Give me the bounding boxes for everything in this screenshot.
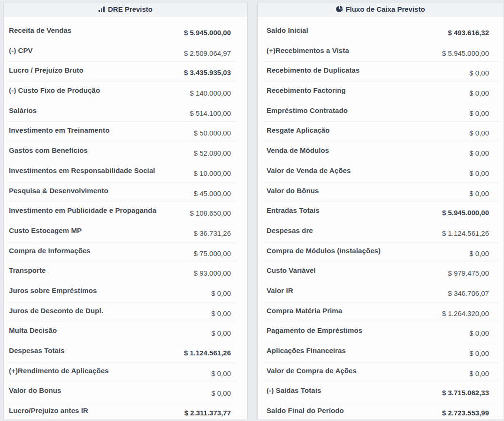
dre-previsto-panel: DRE Previsto Receita de Vendas$ 5.945.00… <box>3 2 248 419</box>
row-label: Empréstimo Contratado <box>267 106 348 114</box>
row-label: Aplicações Financeiras <box>267 346 346 354</box>
table-row: Lucro/Prejuízo antes IR$ 2.311.373,77 <box>4 402 247 419</box>
table-row: Gastos com Benefícios$ 52.080,00 <box>4 142 247 162</box>
row-label: Lucro/Prejuízo antes IR <box>9 406 88 414</box>
table-row: Custo Estocagem MP$ 36.731,26 <box>4 222 247 242</box>
row-label: Receita de Vendas <box>9 26 71 34</box>
row-value: $ 0,00 <box>469 69 489 77</box>
row-label: Lucro / Prejuízo Bruto <box>9 66 84 74</box>
row-value: $ 514.100,00 <box>190 109 231 117</box>
table-row: Aplicações Financeiras$ 0,00 <box>258 342 504 362</box>
row-label: (+)Rendimento de Aplicações <box>9 367 109 375</box>
row-label: Valor IR <box>267 286 293 294</box>
row-value: $ 0,00 <box>469 129 489 137</box>
row-label: Recebimento de Duplicatas <box>267 66 359 74</box>
row-label: Saldo Inicial <box>267 26 308 34</box>
row-label: Despesas dre <box>267 226 313 234</box>
table-row: Entradas Totais$ 5.945.000,00 <box>258 202 504 222</box>
row-label: Despesas Totais <box>9 346 65 354</box>
row-value: $ 75.000,00 <box>194 249 231 257</box>
row-value: $ 140.000,00 <box>190 89 231 97</box>
table-row: (-) CPV$ 2.509.064,97 <box>4 42 247 62</box>
row-value: $ 0,00 <box>469 349 489 357</box>
row-value: $ 5.945.000,00 <box>442 209 489 217</box>
table-row: Saldo Inicial$ 493.616,32 <box>258 22 504 42</box>
row-value: $ 52.080,00 <box>194 149 231 157</box>
table-row: Juros sobre Empréstimos$ 0,00 <box>4 282 247 302</box>
row-value: $ 0,00 <box>469 369 489 377</box>
table-row: Empréstimo Contratado$ 0,00 <box>258 102 504 122</box>
row-label: Valor de Compra de Ações <box>267 367 357 375</box>
row-value: $ 0,00 <box>469 109 489 117</box>
row-label: Investimento em Treinamento <box>9 126 109 134</box>
row-value: $ 0,00 <box>469 249 489 257</box>
table-row: (+)Recebimentos a Vista$ 5.945.000,00 <box>258 42 504 62</box>
panel-title: DRE Previsto <box>108 5 153 13</box>
table-row: (-) Custo Fixo de Produção$ 140.000,00 <box>4 82 247 102</box>
row-label: Saldo Final do Período <box>267 406 344 414</box>
report-page: DRE Previsto Receita de Vendas$ 5.945.00… <box>0 0 504 419</box>
dre-previsto-table: Receita de Vendas$ 5.945.000,00(-) CPV$ … <box>4 16 247 419</box>
row-label: (-) Saídas Totais <box>267 386 321 394</box>
table-row: Custo Variável$ 979.475,00 <box>258 262 504 282</box>
row-label: Gastos com Benefícios <box>9 146 88 154</box>
table-row: Multa Decisão$ 0,00 <box>4 322 247 342</box>
row-value: $ 0,00 <box>211 329 231 337</box>
row-label: Entradas Totais <box>267 206 320 214</box>
panel-title: Fluxo de Caixa Previsto <box>345 5 425 13</box>
table-row: Salários$ 514.100,00 <box>4 102 247 122</box>
table-row: Investimento em Publicidade e Propaganda… <box>4 202 247 222</box>
dre-previsto-header: DRE Previsto <box>4 2 247 16</box>
row-value: $ 0,00 <box>211 289 231 297</box>
table-row: Valor do Bonus$ 0,00 <box>4 382 247 402</box>
row-value: $ 2.311.373,77 <box>184 409 231 417</box>
row-value: $ 50.000,00 <box>194 129 231 137</box>
row-value: $ 1.124.561,26 <box>442 229 489 237</box>
row-label: Valor de Venda de Ações <box>267 166 351 174</box>
table-row: Investimentos em Responsabilidade Social… <box>4 162 247 182</box>
fluxo-caixa-panel: Fluxo de Caixa Previsto Saldo Inicial$ 4… <box>257 2 504 419</box>
row-value: $ 10.000,00 <box>194 169 231 177</box>
table-row: Saldo Final do Período$ 2.723.553,99 <box>258 402 504 419</box>
row-value: $ 0,00 <box>211 369 231 377</box>
row-value: $ 5.945.000,00 <box>184 29 231 37</box>
table-row: Recebimento Factoring$ 0,00 <box>258 82 504 102</box>
row-value: $ 0,00 <box>469 149 489 157</box>
table-row: Despesas Totais$ 1.124.561,26 <box>4 342 247 362</box>
row-label: Custo Variável <box>267 266 316 274</box>
row-label: Transporte <box>9 266 46 274</box>
row-value: $ 108.650,00 <box>190 209 231 217</box>
row-label: (-) CPV <box>9 46 33 54</box>
pie-chart-icon <box>336 6 343 13</box>
table-row: Valor do Bônus$ 0,00 <box>258 182 504 203</box>
row-value: $ 0,00 <box>469 89 489 97</box>
row-label: Investimentos em Responsabilidade Social <box>9 166 155 174</box>
table-row: Receita de Vendas$ 5.945.000,00 <box>4 22 247 42</box>
row-value: $ 1.124.561,26 <box>184 349 231 357</box>
table-row: Despesas dre$ 1.124.561,26 <box>258 222 504 242</box>
row-label: Salários <box>9 106 37 114</box>
row-value: $ 0,00 <box>469 169 489 177</box>
table-row: Venda de Módulos$ 0,00 <box>258 142 504 162</box>
row-label: Venda de Módulos <box>267 146 329 154</box>
table-row: Recebimento de Duplicatas$ 0,00 <box>258 62 504 82</box>
row-value: $ 3.435.935,03 <box>184 68 231 76</box>
row-label: Investimento em Publicidade e Propaganda <box>9 206 156 214</box>
table-row: Compra Matéria Prima$ 1.264.320,00 <box>258 302 504 323</box>
row-label: Multa Decisão <box>9 326 57 334</box>
row-label: Valor do Bônus <box>267 187 319 195</box>
table-row: Transporte$ 93.000,00 <box>4 262 247 282</box>
row-value: $ 45.000,00 <box>194 189 231 197</box>
row-label: Compra de Informações <box>9 247 91 255</box>
row-value: $ 5.945.000,00 <box>442 49 489 57</box>
row-value: $ 0,00 <box>469 189 489 197</box>
row-value: $ 0,00 <box>469 329 489 337</box>
row-value: $ 1.264.320,00 <box>442 309 489 317</box>
table-row: (-) Saídas Totais$ 3.715.062,33 <box>258 382 504 402</box>
row-label: Compra de Módulos (Instalações) <box>267 247 381 255</box>
row-value: $ 0,00 <box>211 309 231 317</box>
row-label: Custo Estocagem MP <box>9 226 82 234</box>
row-label: (+)Recebimentos a Vista <box>267 46 349 54</box>
row-label: Juros de Desconto de Dupl. <box>9 307 103 315</box>
row-label: Recebimento Factoring <box>267 86 346 94</box>
